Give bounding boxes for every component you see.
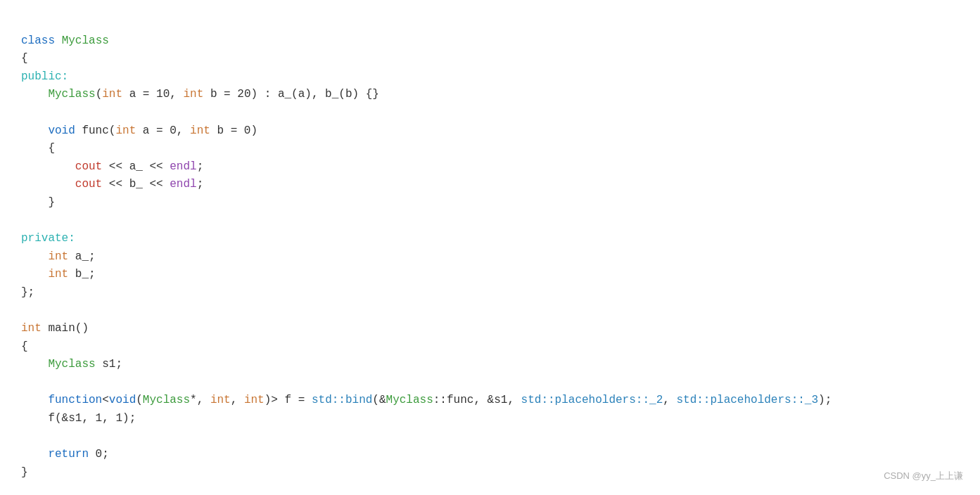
param-b: b = 20) : a_(a), b_(b) {} [203,88,379,101]
call-f: f(&s1, 1, 1); [48,412,136,425]
myclass-type-2: Myclass [143,394,190,406]
template-params: ( [136,394,143,406]
bind-func: ::func, &s1, [433,394,521,406]
type-int-4: int [190,124,210,137]
return-value: 0; [89,448,109,461]
member-a: a_; [68,250,95,263]
keyword-void-2: void [109,394,136,406]
func-name: func( [75,124,116,137]
keyword-private: private: [21,232,75,245]
bind-close: ); [818,394,832,406]
code-editor: class Myclass { public: Myclass(int a = … [21,14,959,482]
myclass-type-1: Myclass [48,358,95,371]
keyword-endl-2: endl [170,178,196,191]
bind-params: (& [372,394,386,406]
func-param-a: a = 0, [136,124,190,137]
brace-open-1: { [21,52,28,65]
var-s1: s1; [96,358,122,371]
brace-close-main: } [21,466,28,479]
keyword-return: return [48,448,89,461]
keyword-endl-1: endl [170,160,196,173]
watermark: CSDN @yy_上上谦 [884,469,963,484]
class-end: }; [21,286,34,299]
template-comma-1: , [231,394,244,406]
member-b: b_; [68,268,95,281]
type-int-2: int [183,88,203,101]
constructor-name: Myclass [48,88,95,101]
type-int-3: int [115,124,136,137]
type-int-8: int [244,394,265,406]
template-close: )> f = [265,394,312,406]
template-open: < [102,394,109,406]
type-int-7: int [210,394,231,406]
semicolon-2: ; [197,178,204,191]
class-name: Myclass [62,34,109,47]
brace-open-2: { [48,142,55,155]
type-int-5: int [48,250,68,263]
keyword-cout-2: cout [75,178,102,191]
cout-op-1: << a_ << [102,160,170,173]
bind-comma: , [663,394,676,406]
keyword-public: public: [21,70,68,83]
type-int-main: int [21,322,42,335]
myclass-type-3: Myclass [386,394,433,406]
keyword-void-1: void [48,124,75,137]
param-a: a = 10, [122,88,183,101]
type-int-6: int [48,268,68,281]
keyword-function: function [48,394,102,406]
brace-close-2: } [48,196,55,209]
template-rest: *, [190,394,210,406]
cout-op-2: << b_ << [102,178,170,191]
brace-open-main: { [21,340,28,353]
semicolon-1: ; [197,160,204,173]
std-bind: std::bind [312,394,372,406]
constructor-paren-open: ( [96,88,103,101]
std-placeholders-2: std::placeholders::_2 [521,394,663,406]
type-int-1: int [102,88,122,101]
std-placeholders-3: std::placeholders::_3 [676,394,818,406]
func-param-b: b = 0) [210,124,257,137]
keyword-cout-1: cout [75,160,102,173]
main-decl: main() [42,322,89,335]
keyword-class: class [21,34,55,47]
